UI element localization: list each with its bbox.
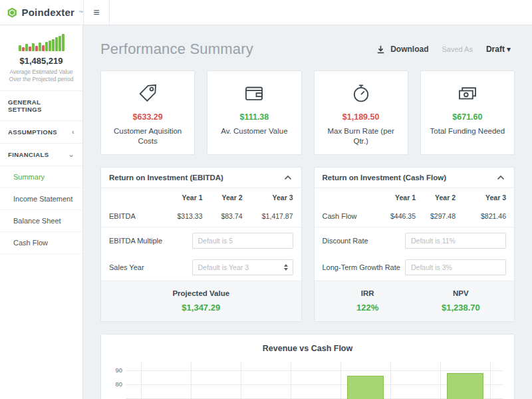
metric-card-customer-value: $111.38 Av. Customer Value bbox=[207, 70, 301, 155]
subitem-label: Income Statement bbox=[13, 195, 72, 203]
metric-value: $1,189.50 bbox=[342, 112, 380, 122]
roi-ebitda-panel: Return on Investment (EBITDA) Year 1 Yea… bbox=[100, 167, 302, 322]
ebitda-multiple-row: EBITDA Multiple bbox=[101, 227, 301, 254]
irr-value: 122% bbox=[321, 303, 414, 313]
chart-y-axis: 90 80 bbox=[112, 362, 126, 399]
sales-year-row: Sales Year Default is Year 3 bbox=[101, 254, 301, 281]
tag-icon bbox=[136, 80, 159, 106]
chart-title: Revenue vs Cash Flow bbox=[112, 344, 503, 353]
spark-bar bbox=[55, 37, 58, 51]
npv-value: $1,238.70 bbox=[414, 303, 507, 313]
ebitda-values-row: EBITDA $313.33 $83.74 $1,417.87 bbox=[101, 207, 301, 227]
projected-value-label: Projected Value bbox=[108, 289, 295, 297]
cashflow-year-1: $446.35 bbox=[372, 212, 416, 220]
ebitda-multiple-input[interactable] bbox=[192, 233, 293, 249]
brand-name: Poindexter bbox=[21, 7, 74, 18]
sidebar-item-financials[interactable]: FINANCIALS ⌄ bbox=[0, 144, 82, 166]
page-title: Performance Summary bbox=[100, 41, 253, 58]
subitem-label: Cash Flow bbox=[13, 239, 48, 247]
roi-cashflow-panel: Return on Investment (Cash Flow) Year 1 … bbox=[314, 167, 515, 322]
saved-state-dropdown[interactable]: Draft ▾ bbox=[482, 44, 515, 55]
sidebar-item-label: FINANCIALS bbox=[8, 151, 49, 158]
ebitda-year-3: $1,417.87 bbox=[243, 212, 293, 220]
metric-label: Customer Aquisition Costs bbox=[106, 126, 189, 146]
year-1-header: Year 1 bbox=[159, 194, 203, 201]
sidebar-item-label: ASSUMPTIONS bbox=[8, 128, 57, 136]
metric-card-customer-acquisition: $633.29 Customer Aquisition Costs bbox=[100, 70, 195, 155]
revenue-bar bbox=[447, 373, 483, 399]
timer-icon bbox=[350, 80, 372, 106]
sales-year-label: Sales Year bbox=[109, 263, 144, 271]
projected-value: $1,347.29 bbox=[108, 303, 295, 313]
roi-cashflow-footer: IRR 122% NPV $1,238.70 bbox=[315, 281, 515, 321]
sidebar-subitem-income-statement[interactable]: Income Statement bbox=[0, 188, 82, 210]
main-header: Performance Summary Download Saved As Dr… bbox=[100, 41, 515, 58]
roi-panels-row: Return on Investment (EBITDA) Year 1 Yea… bbox=[100, 167, 515, 322]
discount-rate-label: Discount Rate bbox=[323, 237, 368, 245]
wallet-icon bbox=[243, 80, 265, 106]
cash-icon bbox=[456, 80, 479, 106]
sales-year-placeholder: Default is Year 3 bbox=[198, 263, 249, 271]
sales-year-select[interactable]: Default is Year 3 bbox=[192, 259, 293, 275]
year-3-header: Year 3 bbox=[243, 194, 293, 201]
year-header-row: Year 1 Year 2 Year 3 bbox=[101, 188, 301, 207]
growth-rate-label: Long-Term Growth Rate bbox=[323, 263, 400, 271]
hamburger-menu-button[interactable]: ≡ bbox=[83, 0, 110, 25]
y-tick-80: 80 bbox=[115, 380, 122, 388]
spark-bar bbox=[22, 47, 25, 51]
roi-ebitda-footer: Projected Value $1,347.29 bbox=[101, 281, 301, 321]
hamburger-icon: ≡ bbox=[93, 7, 99, 19]
chart-plot bbox=[126, 362, 503, 399]
cashflow-values-row: Cash Flow $446.35 $297.48 $821.46 bbox=[315, 207, 515, 227]
spark-bar bbox=[35, 46, 38, 51]
sidebar-item-general-settings[interactable]: GENERAL SETTINGS bbox=[0, 91, 82, 121]
spark-bar bbox=[59, 36, 61, 51]
sidebar-subitem-balance-sheet[interactable]: Balance Sheet bbox=[0, 210, 82, 232]
metric-card-total-funding: $671.60 Total Funding Needed bbox=[420, 70, 515, 155]
chevron-up-icon bbox=[497, 175, 505, 180]
roi-ebitda-header: Return on Investment (EBITDA) bbox=[101, 168, 301, 188]
chevron-left-icon: ‹ bbox=[72, 128, 74, 136]
caption-line-2: Over the Projected period bbox=[9, 76, 74, 82]
ebitda-multiple-label: EBITDA Multiple bbox=[109, 237, 162, 245]
growth-rate-input[interactable] bbox=[405, 259, 506, 275]
chevron-down-icon: ⌄ bbox=[68, 151, 74, 158]
subitem-label: Summary bbox=[13, 173, 45, 181]
metric-label: Total Funding Needed bbox=[430, 126, 505, 136]
cashflow-year-3: $821.46 bbox=[456, 212, 506, 220]
discount-rate-input[interactable] bbox=[405, 233, 506, 249]
sidebar-summary: $1,485,219 Average Estimated Value Over … bbox=[0, 25, 82, 91]
spark-bar bbox=[25, 44, 28, 51]
main-content: Performance Summary Download Saved As Dr… bbox=[83, 25, 532, 399]
header-actions: Download Saved As Draft ▾ bbox=[372, 44, 515, 55]
spark-bar bbox=[62, 34, 65, 51]
collapse-panel-button[interactable] bbox=[495, 174, 506, 182]
caret-down-icon: ▾ bbox=[507, 45, 511, 54]
revenue-cashflow-chart-card: Revenue vs Cash Flow 90 80 bbox=[100, 334, 515, 399]
collapse-panel-button[interactable] bbox=[283, 174, 293, 182]
spark-bar bbox=[29, 47, 31, 51]
sidebar-item-assumptions[interactable]: ASSUMPTIONS ‹ bbox=[0, 121, 82, 144]
row-label: EBITDA bbox=[109, 212, 159, 220]
saved-state-value: Draft bbox=[486, 45, 505, 54]
app-root: Poindexter ™ ≡ $1,485,219 Average Estima… bbox=[0, 0, 532, 399]
sidebar-subitem-cash-flow[interactable]: Cash Flow bbox=[0, 232, 82, 254]
npv-label: NPV bbox=[414, 289, 507, 297]
revenue-bar bbox=[347, 376, 384, 399]
metric-value: $111.38 bbox=[239, 112, 269, 122]
download-button[interactable]: Download bbox=[372, 44, 432, 55]
topbar: Poindexter ™ ≡ bbox=[0, 0, 532, 25]
year-1-header: Year 1 bbox=[372, 194, 416, 201]
mini-bar-chart bbox=[5, 34, 77, 51]
year-2-header: Year 2 bbox=[203, 194, 243, 201]
brand-tm: ™ bbox=[78, 10, 83, 15]
roi-cashflow-header: Return on Investment (Cash Flow) bbox=[315, 168, 515, 188]
sidebar-subitem-summary[interactable]: Summary bbox=[0, 166, 82, 188]
growth-rate-row: Long-Term Growth Rate bbox=[315, 254, 515, 281]
brand-logo: Poindexter ™ bbox=[0, 0, 83, 25]
caption-line-1: Average Estimated Value bbox=[9, 68, 72, 75]
saved-as-label: Saved As bbox=[442, 45, 472, 53]
poindexter-logo-icon bbox=[7, 6, 17, 19]
download-label: Download bbox=[390, 45, 428, 54]
sidebar: $1,485,219 Average Estimated Value Over … bbox=[0, 25, 83, 399]
